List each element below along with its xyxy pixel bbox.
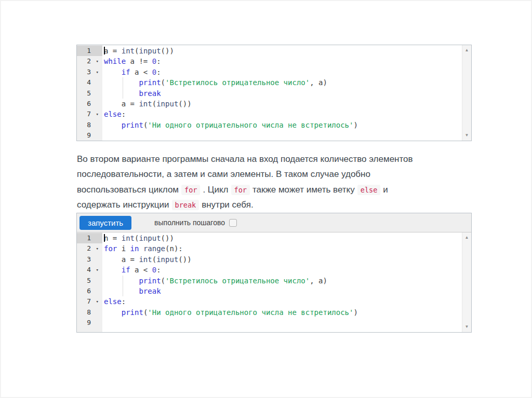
gutter-cell: 8: [77, 120, 102, 130]
code-text-area[interactable]: a = int(input())while a != 0: if a < 0: …: [102, 45, 462, 141]
explanation-paragraph: Во втором варианте программы сначала на …: [77, 152, 413, 213]
fold-arrow-icon[interactable]: ▾: [96, 56, 99, 66]
paragraph-text: Во втором варианте программы сначала на …: [77, 154, 413, 164]
gutter-cell: 5: [77, 88, 102, 99]
gutter-cell: 9: [77, 130, 102, 141]
code-token: [104, 287, 139, 295]
code-token: range: [143, 244, 165, 253]
code-token: :: [122, 297, 126, 306]
gutter-cell: 7▾: [77, 109, 102, 119]
scroll-up-icon[interactable]: ▲: [462, 47, 471, 54]
paragraph-text: . Цикл: [203, 185, 228, 195]
code-text-area[interactable]: n = int(input())for i in range(n): a = i…: [102, 232, 462, 332]
line-number: 8: [77, 120, 102, 130]
code-token: [104, 89, 139, 98]
vertical-scrollbar[interactable]: ▲ ▼: [462, 45, 471, 141]
code-token: :: [156, 57, 161, 65]
code-token: print: [139, 78, 161, 87]
code-token: (: [161, 78, 165, 87]
code-line: for i in range(n):: [104, 243, 462, 254]
code-token: int: [122, 234, 135, 242]
scroll-up-icon[interactable]: ▲: [462, 234, 471, 241]
code-line: [104, 130, 462, 141]
code-token: print: [139, 277, 161, 285]
line-number: 3: [77, 254, 102, 265]
code-token: [104, 78, 139, 87]
code-token: n =: [104, 234, 122, 242]
code-line: else:: [104, 296, 462, 307]
code-token: in: [130, 244, 139, 253]
code-token: int: [139, 100, 152, 108]
code-token: , a): [310, 277, 327, 285]
code-token: [104, 121, 122, 129]
fold-arrow-icon[interactable]: ▾: [96, 67, 99, 77]
paragraph-text: последовательности, а затем и сами элеме…: [77, 169, 370, 179]
code-token: int: [122, 47, 135, 55]
indent-guide-line: [123, 88, 123, 99]
paragraph-text: и: [383, 185, 388, 195]
inline-code-token: for: [181, 185, 200, 195]
inline-code-token: for: [231, 185, 250, 195]
gutter-cell: 6: [77, 99, 102, 109]
code-token: break: [139, 287, 161, 295]
indent-guide-line: [123, 276, 123, 286]
runner-toolbar: запустить выполнить пошагово: [77, 213, 471, 232]
fold-arrow-icon[interactable]: ▾: [96, 109, 99, 119]
line-number: 6: [77, 286, 102, 296]
line-number: 5: [77, 88, 102, 99]
code-token: ()): [178, 255, 191, 264]
fold-arrow-icon[interactable]: ▾: [96, 243, 99, 254]
line-number-gutter: 12▾3▾4567▾89: [77, 45, 102, 141]
fold-arrow-icon[interactable]: ▾: [96, 265, 99, 275]
code-token: [104, 277, 139, 285]
vertical-scrollbar[interactable]: ▲ ▼: [462, 232, 471, 332]
gutter-cell: 5: [77, 276, 102, 286]
code-editor-for-variant: 12▾34▾567▾89 n = int(input())for i in ra…: [77, 232, 471, 332]
fold-arrow-icon[interactable]: ▾: [96, 296, 99, 307]
paragraph-line: Во втором варианте программы сначала на …: [77, 152, 413, 167]
code-token: else: [104, 297, 122, 306]
line-number: 9: [77, 130, 102, 141]
run-button[interactable]: запустить: [79, 216, 131, 230]
gutter-cell: 4: [77, 77, 102, 88]
step-mode-checkbox[interactable]: [229, 219, 237, 227]
code-token: while: [104, 57, 126, 65]
gutter-cell: 8: [77, 307, 102, 318]
line-number: 1: [77, 46, 102, 56]
inline-code-token: break: [172, 200, 200, 210]
code-token: 'Ни одного отрицательного числа не встре…: [148, 308, 353, 317]
scroll-down-icon[interactable]: ▼: [462, 323, 471, 331]
code-token: [104, 68, 122, 76]
code-line: print('Ни одного отрицательного числа не…: [104, 120, 462, 130]
code-token: i: [117, 244, 130, 253]
code-token: ()): [178, 100, 191, 108]
paragraph-text: содержать инструкции: [77, 200, 169, 210]
code-token: (: [152, 255, 156, 264]
code-token: :: [156, 266, 161, 274]
code-token: a =: [104, 255, 139, 264]
code-runner-widget: запустить выполнить пошагово 12▾34▾567▾8…: [76, 213, 472, 333]
line-number: 5: [77, 276, 102, 286]
text-cursor-icon: [104, 234, 105, 242]
code-token: [104, 308, 122, 317]
line-number: 9: [77, 318, 102, 328]
code-token: input: [139, 47, 161, 55]
code-line: if a < 0:: [104, 67, 462, 77]
gutter-cell: 3: [77, 254, 102, 265]
code-token: 'Ни одного отрицательного числа не встре…: [148, 121, 353, 129]
line-number-gutter: 12▾34▾567▾89: [77, 232, 102, 332]
step-mode-label: выполнить пошагово: [154, 218, 225, 227]
code-token: a <: [130, 266, 152, 274]
code-token: if: [122, 266, 130, 274]
code-token: a =: [104, 47, 122, 55]
gutter-cell: 7▾: [77, 296, 102, 307]
code-token: break: [139, 89, 161, 98]
code-token: if: [122, 68, 130, 76]
code-token: print: [122, 308, 143, 317]
code-token: :: [122, 110, 126, 118]
gutter-cell: 6: [77, 286, 102, 296]
line-number: 6: [77, 99, 102, 109]
scroll-down-icon[interactable]: ▼: [462, 132, 471, 139]
line-number: 8: [77, 307, 102, 318]
code-token: , a): [310, 78, 327, 87]
